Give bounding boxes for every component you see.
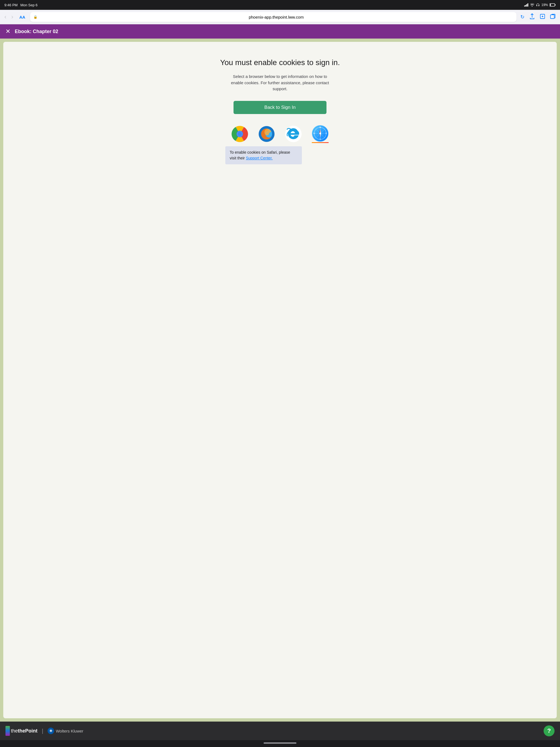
battery-icon [550, 3, 556, 6]
svg-text:✳: ✳ [49, 729, 52, 733]
status-bar: 9:46 PM Mon Sep 6 19% [0, 0, 560, 10]
lock-icon: 🔒 [33, 15, 37, 19]
wk-label: Wolters Kluwer [56, 729, 83, 733]
page-card: You must enable cookies to sign in. Sele… [3, 42, 557, 718]
app-bar: ✕ Ebook: Chapter 02 [0, 24, 560, 38]
main-heading: You must enable cookies to sign in. [220, 58, 340, 67]
safari-icon: N S E W [312, 125, 329, 142]
firefox-icon [258, 126, 275, 143]
svg-text:E: E [326, 132, 327, 134]
wk-logo: ✳ Wolters Kluwer [48, 728, 83, 734]
share-button[interactable] [528, 12, 536, 22]
svg-rect-2 [550, 4, 551, 6]
svg-rect-1 [555, 4, 556, 6]
date-display: Mon Sep 6 [20, 3, 37, 7]
safari-tooltip: To enable cookies on Safari, please visi… [225, 146, 302, 164]
back-to-signin-button[interactable]: Back to Sign In [233, 101, 327, 114]
signal-icon [524, 3, 528, 6]
reader-mode-button[interactable]: AA [17, 14, 28, 21]
svg-point-9 [238, 132, 242, 136]
page-wrapper: You must enable cookies to sign in. Sele… [0, 38, 560, 722]
browser-icons-row: N S E W [230, 124, 330, 144]
svg-rect-4 [551, 15, 554, 19]
ie-icon [285, 126, 302, 143]
home-indicator [0, 740, 560, 747]
svg-text:W: W [313, 132, 315, 134]
bottom-logo: thethePoint | ✳ Wolters Kluwer [5, 726, 83, 736]
browser-toolbar: ‹ › AA 🔒 phoenix-app.thepoint.lww.com ↻ [0, 10, 560, 24]
chrome-icon [231, 126, 248, 143]
subtitle-text: Select a browser below to get informatio… [228, 74, 332, 92]
tabs-button[interactable] [549, 12, 557, 22]
home-bar [263, 742, 297, 744]
time-display: 9:46 PM [4, 3, 18, 7]
help-button[interactable]: ? [543, 725, 555, 736]
battery-display: 19% [541, 3, 548, 7]
close-button[interactable]: ✕ [4, 27, 11, 36]
url-display: phoenix-app.thepoint.lww.com [39, 15, 513, 19]
wk-icon: ✳ [48, 728, 54, 734]
forward-nav-button[interactable]: › [10, 12, 14, 22]
svg-text:N: N [320, 126, 321, 128]
browser-chrome: ‹ › AA 🔒 phoenix-app.thepoint.lww.com ↻ [0, 10, 560, 24]
ie-button[interactable] [284, 124, 303, 144]
chrome-button[interactable] [230, 124, 249, 144]
safari-button[interactable]: N S E W [311, 124, 330, 144]
firefox-button[interactable] [257, 124, 276, 144]
app-bar-title: Ebook: Chapter 02 [15, 29, 58, 34]
bottom-bar: thethePoint | ✳ Wolters Kluwer ? [0, 722, 560, 740]
svg-text:S: S [320, 138, 321, 140]
logo-separator: | [42, 728, 43, 734]
back-nav-button[interactable]: ‹ [3, 12, 7, 22]
reload-button[interactable]: ↻ [519, 13, 526, 21]
address-bar: 🔒 phoenix-app.thepoint.lww.com [30, 12, 516, 22]
headphone-icon [536, 3, 540, 7]
svg-point-23 [320, 133, 321, 134]
support-center-link[interactable]: Support Center. [246, 156, 273, 160]
thepoint-label: thethePoint [11, 728, 37, 734]
add-tab-button[interactable] [539, 12, 546, 22]
wifi-icon [530, 3, 534, 6]
